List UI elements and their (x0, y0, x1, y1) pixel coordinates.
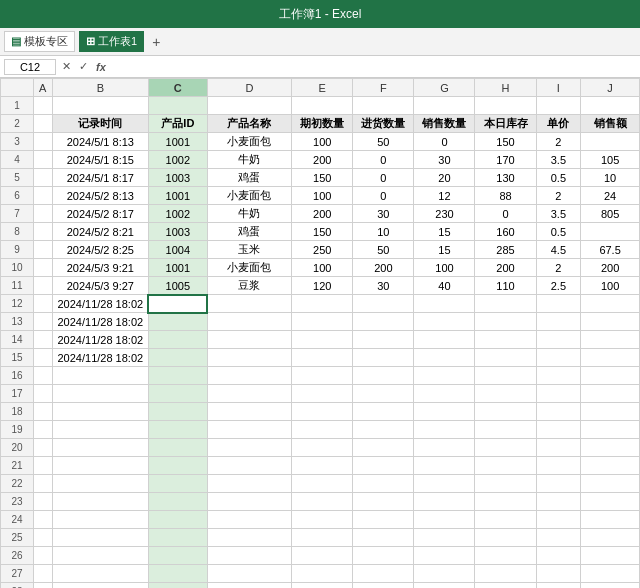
cell-C24[interactable] (148, 511, 207, 529)
cell-J17[interactable] (581, 385, 640, 403)
cell-A13[interactable] (33, 313, 52, 331)
cell-A8[interactable] (33, 223, 52, 241)
formula-confirm-icon[interactable]: ✓ (77, 60, 90, 73)
cell-A4[interactable] (33, 151, 52, 169)
cell-J25[interactable] (581, 529, 640, 547)
cell-I22[interactable] (536, 475, 581, 493)
cell-J11[interactable]: 100 (581, 277, 640, 295)
cell-I9[interactable]: 4.5 (536, 241, 581, 259)
cell-J7[interactable]: 805 (581, 205, 640, 223)
cell-G26[interactable] (414, 547, 475, 565)
cell-F18[interactable] (353, 403, 414, 421)
cell-J18[interactable] (581, 403, 640, 421)
col-header-G[interactable]: G (414, 79, 475, 97)
cell-H1[interactable] (475, 97, 536, 115)
cell-B21[interactable] (52, 457, 148, 475)
cell-D9[interactable]: 玉米 (207, 241, 292, 259)
cell-I27[interactable] (536, 565, 581, 583)
cell-E24[interactable] (292, 511, 353, 529)
cell-D8[interactable]: 鸡蛋 (207, 223, 292, 241)
cell-G20[interactable] (414, 439, 475, 457)
cell-H18[interactable] (475, 403, 536, 421)
cell-B28[interactable] (52, 583, 148, 589)
cell-G19[interactable] (414, 421, 475, 439)
cell-J3[interactable] (581, 133, 640, 151)
cell-B23[interactable] (52, 493, 148, 511)
cell-F6[interactable]: 0 (353, 187, 414, 205)
cell-E12[interactable] (292, 295, 353, 313)
cell-G16[interactable] (414, 367, 475, 385)
cell-G23[interactable] (414, 493, 475, 511)
cell-A19[interactable] (33, 421, 52, 439)
cell-G1[interactable] (414, 97, 475, 115)
cell-D2[interactable]: 产品名称 (207, 115, 292, 133)
cell-E23[interactable] (292, 493, 353, 511)
cell-I14[interactable] (536, 331, 581, 349)
cell-J13[interactable] (581, 313, 640, 331)
cell-B17[interactable] (52, 385, 148, 403)
cell-D27[interactable] (207, 565, 292, 583)
cell-I28[interactable] (536, 583, 581, 589)
cell-B24[interactable] (52, 511, 148, 529)
cell-F17[interactable] (353, 385, 414, 403)
cell-D28[interactable] (207, 583, 292, 589)
cell-B25[interactable] (52, 529, 148, 547)
cell-C23[interactable] (148, 493, 207, 511)
cell-I13[interactable] (536, 313, 581, 331)
col-header-E[interactable]: E (292, 79, 353, 97)
cell-J26[interactable] (581, 547, 640, 565)
cell-H15[interactable] (475, 349, 536, 367)
cell-I15[interactable] (536, 349, 581, 367)
formula-cancel-icon[interactable]: ✕ (60, 60, 73, 73)
cell-H10[interactable]: 200 (475, 259, 536, 277)
cell-E20[interactable] (292, 439, 353, 457)
cell-J5[interactable]: 10 (581, 169, 640, 187)
cell-G21[interactable] (414, 457, 475, 475)
cell-F3[interactable]: 50 (353, 133, 414, 151)
cell-C17[interactable] (148, 385, 207, 403)
add-sheet-ribbon-btn[interactable]: + (146, 32, 166, 52)
cell-E9[interactable]: 250 (292, 241, 353, 259)
cell-E27[interactable] (292, 565, 353, 583)
cell-G27[interactable] (414, 565, 475, 583)
cell-H9[interactable]: 285 (475, 241, 536, 259)
cell-B2[interactable]: 记录时间 (52, 115, 148, 133)
cell-A7[interactable] (33, 205, 52, 223)
cell-H3[interactable]: 150 (475, 133, 536, 151)
cell-B4[interactable]: 2024/5/1 8:15 (52, 151, 148, 169)
cell-H27[interactable] (475, 565, 536, 583)
cell-A16[interactable] (33, 367, 52, 385)
cell-D18[interactable] (207, 403, 292, 421)
cell-F26[interactable] (353, 547, 414, 565)
cell-E16[interactable] (292, 367, 353, 385)
cell-D7[interactable]: 牛奶 (207, 205, 292, 223)
cell-I11[interactable]: 2.5 (536, 277, 581, 295)
cell-D24[interactable] (207, 511, 292, 529)
cell-G18[interactable] (414, 403, 475, 421)
col-header-J[interactable]: J (581, 79, 640, 97)
cell-I25[interactable] (536, 529, 581, 547)
cell-A27[interactable] (33, 565, 52, 583)
cell-A24[interactable] (33, 511, 52, 529)
cell-C19[interactable] (148, 421, 207, 439)
cell-G4[interactable]: 30 (414, 151, 475, 169)
cell-A28[interactable] (33, 583, 52, 589)
cell-E17[interactable] (292, 385, 353, 403)
cell-H26[interactable] (475, 547, 536, 565)
cell-A10[interactable] (33, 259, 52, 277)
cell-B9[interactable]: 2024/5/2 8:25 (52, 241, 148, 259)
cell-A12[interactable] (33, 295, 52, 313)
cell-C16[interactable] (148, 367, 207, 385)
cell-H12[interactable] (475, 295, 536, 313)
cell-E3[interactable]: 100 (292, 133, 353, 151)
cell-J20[interactable] (581, 439, 640, 457)
cell-F9[interactable]: 50 (353, 241, 414, 259)
cell-C21[interactable] (148, 457, 207, 475)
cell-H23[interactable] (475, 493, 536, 511)
cell-G13[interactable] (414, 313, 475, 331)
cell-G6[interactable]: 12 (414, 187, 475, 205)
cell-C3[interactable]: 1001 (148, 133, 207, 151)
cell-C6[interactable]: 1001 (148, 187, 207, 205)
cell-A23[interactable] (33, 493, 52, 511)
cell-I7[interactable]: 3.5 (536, 205, 581, 223)
